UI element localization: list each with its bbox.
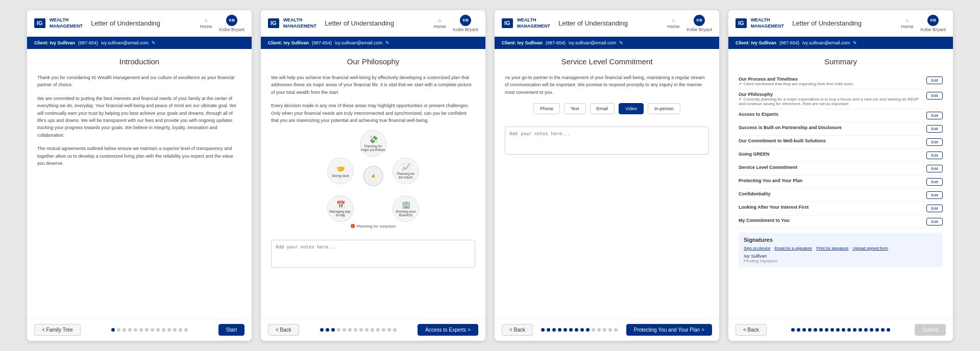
comm-email[interactable]: Email xyxy=(590,103,615,114)
dot-7[interactable] xyxy=(359,328,363,332)
dot-4[interactable] xyxy=(814,328,817,332)
client-edit-icon[interactable]: ✎ xyxy=(152,40,156,45)
dot-8[interactable] xyxy=(586,328,590,332)
dot-0[interactable] xyxy=(320,328,324,332)
edit-btn-5[interactable]: Edit xyxy=(926,152,943,159)
dot-8[interactable] xyxy=(365,328,369,332)
comm-video[interactable]: Video xyxy=(619,103,644,114)
dot-2[interactable] xyxy=(552,328,556,332)
next-button[interactable]: Protecting You and Your Plan > xyxy=(626,324,712,336)
dot-14[interactable] xyxy=(870,328,873,332)
dot-3[interactable] xyxy=(808,328,812,332)
user-nav[interactable]: KB Kobe Bryant xyxy=(219,15,244,32)
dot-7[interactable] xyxy=(151,328,154,332)
edit-btn-3[interactable]: Edit xyxy=(926,125,943,133)
dot-1[interactable] xyxy=(547,328,550,332)
notes-textarea[interactable] xyxy=(271,240,475,268)
dot-6[interactable] xyxy=(575,328,578,332)
client-edit-icon[interactable]: ✎ xyxy=(385,40,389,45)
dot-16[interactable] xyxy=(881,328,885,332)
edit-btn-10[interactable]: Edit xyxy=(926,218,943,225)
dot-17[interactable] xyxy=(887,328,890,332)
dot-13[interactable] xyxy=(184,328,188,332)
dot-15[interactable] xyxy=(875,328,879,332)
submit-button[interactable]: Submit xyxy=(915,324,946,336)
dot-13[interactable] xyxy=(614,328,618,332)
dot-10[interactable] xyxy=(597,328,601,332)
client-edit-icon[interactable]: ✎ xyxy=(853,40,857,45)
dot-12[interactable] xyxy=(859,328,862,332)
dot-0[interactable] xyxy=(541,328,545,332)
dot-9[interactable] xyxy=(162,328,165,332)
dot-3[interactable] xyxy=(337,328,340,332)
comm-text[interactable]: Text xyxy=(564,103,586,114)
dot-10[interactable] xyxy=(847,328,851,332)
user-nav[interactable]: KB Kobe Bryant xyxy=(920,15,946,32)
user-nav[interactable]: KB Kobe Bryant xyxy=(687,15,712,32)
back-button[interactable]: < Back xyxy=(502,324,533,336)
dot-1[interactable] xyxy=(797,328,800,332)
dot-9[interactable] xyxy=(842,328,845,332)
dot-9[interactable] xyxy=(371,328,374,332)
edit-btn-6[interactable]: Edit xyxy=(926,165,943,172)
dot-6[interactable] xyxy=(825,328,828,332)
print-for-sig[interactable]: Print for signature xyxy=(816,246,848,250)
dot-11[interactable] xyxy=(382,328,385,332)
dot-5[interactable] xyxy=(139,328,143,332)
dot-7[interactable] xyxy=(580,328,584,332)
user-nav[interactable]: KB Kobe Bryant xyxy=(453,15,478,32)
dot-12[interactable] xyxy=(179,328,182,332)
next-button[interactable]: Access to Experts > xyxy=(418,324,478,336)
dot-6[interactable] xyxy=(354,328,357,332)
client-edit-icon[interactable]: ✎ xyxy=(619,40,623,45)
back-button[interactable]: < Family Tree xyxy=(34,324,81,336)
dot-1[interactable] xyxy=(326,328,329,332)
dot-0[interactable] xyxy=(791,328,795,332)
dot-12[interactable] xyxy=(608,328,612,332)
dot-5[interactable] xyxy=(819,328,823,332)
dot-7[interactable] xyxy=(830,328,834,332)
edit-btn-1[interactable]: Edit xyxy=(926,92,943,99)
home-nav[interactable]: ⌂ Home xyxy=(901,18,913,29)
dot-8[interactable] xyxy=(156,328,160,332)
home-nav[interactable]: ⌂ Home xyxy=(667,18,679,29)
dot-2[interactable] xyxy=(331,328,335,332)
dot-2[interactable] xyxy=(122,328,126,332)
edit-btn-4[interactable]: Edit xyxy=(926,138,943,146)
email-for-esig[interactable]: Email for e-signature xyxy=(774,246,812,250)
start-button[interactable]: Start xyxy=(218,324,244,336)
comm-inperson[interactable]: In-person xyxy=(648,103,680,114)
dot-8[interactable] xyxy=(836,328,840,332)
dot-11[interactable] xyxy=(853,328,856,332)
dot-3[interactable] xyxy=(128,328,132,332)
dot-6[interactable] xyxy=(145,328,149,332)
edit-btn-8[interactable]: Edit xyxy=(926,191,943,199)
sign-on-device[interactable]: Sign on device xyxy=(744,246,770,250)
back-button[interactable]: < Back xyxy=(268,324,299,336)
upload-signed[interactable]: Upload signed form xyxy=(852,246,888,250)
dot-3[interactable] xyxy=(558,328,561,332)
edit-btn-0[interactable]: Edit xyxy=(926,77,943,84)
edit-btn-7[interactable]: Edit xyxy=(926,178,943,186)
dot-4[interactable] xyxy=(134,328,137,332)
dot-13[interactable] xyxy=(864,328,868,332)
dot-5[interactable] xyxy=(348,328,352,332)
edit-btn-2[interactable]: Edit xyxy=(926,112,943,119)
dot-4[interactable] xyxy=(564,328,567,332)
edit-btn-9[interactable]: Edit xyxy=(926,205,943,212)
dot-9[interactable] xyxy=(592,328,595,332)
home-nav[interactable]: ⌂ Home xyxy=(200,18,212,29)
dot-11[interactable] xyxy=(173,328,177,332)
comm-phone[interactable]: Phone xyxy=(533,103,560,114)
dot-0[interactable] xyxy=(111,328,115,332)
dot-10[interactable] xyxy=(167,328,171,332)
dot-11[interactable] xyxy=(603,328,606,332)
dot-10[interactable] xyxy=(376,328,380,332)
dot-12[interactable] xyxy=(387,328,391,332)
dot-4[interactable] xyxy=(342,328,346,332)
dot-13[interactable] xyxy=(393,328,397,332)
back-button[interactable]: < Back xyxy=(736,324,767,336)
dot-2[interactable] xyxy=(802,328,806,332)
dot-1[interactable] xyxy=(117,328,120,332)
home-nav[interactable]: ⌂ Home xyxy=(433,18,446,29)
